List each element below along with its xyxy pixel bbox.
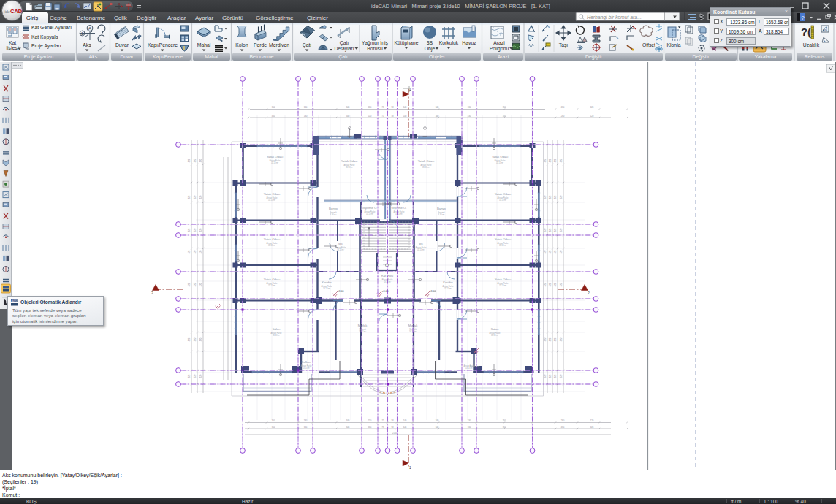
svg-text:120: 120 bbox=[590, 115, 594, 118]
svg-text:Giyinme O.: Giyinme O. bbox=[362, 206, 378, 210]
svg-text:Kat Kopyala: Kat Kopyala bbox=[31, 34, 58, 40]
svg-text:Ahşap Parke: Ahşap Parke bbox=[498, 242, 509, 245]
svg-text:340: 340 bbox=[346, 106, 350, 109]
svg-text:110: 110 bbox=[368, 115, 372, 118]
svg-text:58: 58 bbox=[391, 106, 394, 109]
svg-text:13.13 m²: 13.13 m² bbox=[271, 161, 278, 164]
svg-text:320: 320 bbox=[554, 228, 557, 232]
svg-text:71: 71 bbox=[381, 419, 384, 422]
svg-text:13.13 m²: 13.13 m² bbox=[395, 213, 403, 215]
svg-text:350: 350 bbox=[503, 419, 506, 422]
svg-text:Giyinme O.: Giyinme O. bbox=[392, 206, 407, 210]
svg-text:320: 320 bbox=[544, 337, 547, 341]
svg-text:320: 320 bbox=[549, 195, 552, 199]
svg-text:Kat Genel Ayarları: Kat Genel Ayarları bbox=[31, 25, 72, 31]
svg-text:260: 260 bbox=[561, 106, 565, 109]
svg-text:320: 320 bbox=[188, 228, 191, 232]
svg-text:320: 320 bbox=[549, 159, 552, 162]
svg-text:Kat: Kat bbox=[9, 40, 16, 45]
svg-text:Taşı: Taşı bbox=[559, 42, 569, 48]
svg-text:320: 320 bbox=[188, 283, 191, 286]
svg-text:13.13 m²: 13.13 m² bbox=[346, 166, 353, 169]
svg-text:350: 350 bbox=[272, 426, 276, 429]
svg-text:m²: m² bbox=[823, 28, 827, 32]
svg-text:Ahşap Parke: Ahşap Parke bbox=[498, 196, 509, 199]
svg-text:Korkuluk: Korkuluk bbox=[439, 40, 459, 45]
svg-text:Kütüphane: Kütüphane bbox=[395, 40, 419, 46]
svg-text:2: 2 bbox=[151, 291, 153, 295]
svg-text:320: 320 bbox=[188, 374, 191, 378]
svg-text:Duvar: Duvar bbox=[120, 54, 134, 59]
svg-text:320: 320 bbox=[544, 250, 547, 253]
svg-text:Poligonu: Poligonu bbox=[490, 46, 509, 52]
svg-text:130: 130 bbox=[304, 115, 308, 118]
svg-text:71: 71 bbox=[381, 115, 384, 118]
svg-text:140: 140 bbox=[403, 115, 407, 118]
svg-text:320: 320 bbox=[194, 283, 197, 286]
svg-text:Yatak Odası: Yatak Odası bbox=[492, 155, 509, 159]
svg-text:320: 320 bbox=[200, 283, 202, 286]
svg-text:320: 320 bbox=[544, 159, 547, 162]
svg-text:Mutfak: Mutfak bbox=[358, 324, 368, 327]
svg-text:350: 350 bbox=[272, 115, 276, 118]
svg-text:Yatak Odası: Yatak Odası bbox=[264, 278, 281, 281]
svg-text:Ahşap Parke: Ahşap Parke bbox=[335, 246, 346, 249]
svg-text:Değiştir: Değiştir bbox=[585, 54, 603, 60]
svg-text:13.13 m²: 13.13 m² bbox=[323, 287, 330, 290]
svg-text:Mahal: Mahal bbox=[205, 54, 218, 59]
svg-text:340: 340 bbox=[436, 426, 439, 429]
svg-text:Proje Ayarları: Proje Ayarları bbox=[24, 54, 54, 60]
svg-text:Uzaklık: Uzaklık bbox=[803, 42, 820, 47]
svg-text:320: 320 bbox=[554, 159, 557, 162]
svg-text:320: 320 bbox=[188, 250, 191, 253]
svg-text:Banyo: Banyo bbox=[437, 207, 446, 210]
svg-text:110: 110 bbox=[368, 426, 372, 429]
svg-text:Kapı/Pencere: Kapı/Pencere bbox=[153, 54, 183, 60]
svg-text:3B: 3B bbox=[427, 40, 433, 45]
svg-text:13.13 m²: 13.13 m² bbox=[496, 161, 503, 164]
svg-text:+3.00: +3.00 bbox=[429, 290, 436, 293]
svg-text:Seramik: Seramik bbox=[330, 211, 337, 214]
svg-text:Offset: Offset bbox=[642, 42, 656, 47]
svg-text:320: 320 bbox=[560, 337, 563, 341]
svg-text:130: 130 bbox=[468, 419, 471, 422]
svg-text:320: 320 bbox=[549, 283, 552, 286]
svg-text:320: 320 bbox=[560, 374, 563, 378]
svg-text:AUTO: AUTO bbox=[12, 299, 18, 302]
svg-text:320: 320 bbox=[554, 283, 557, 286]
svg-text:Ahşap Parke: Ahşap Parke bbox=[416, 246, 427, 249]
svg-text:340: 340 bbox=[436, 419, 439, 422]
svg-text:320: 320 bbox=[188, 337, 191, 341]
svg-text:Proje Ayarları: Proje Ayarları bbox=[31, 43, 61, 49]
svg-text:Ahşap Parke: Ahşap Parke bbox=[267, 282, 278, 285]
svg-text:Ahşap Parke: Ahşap Parke bbox=[322, 285, 332, 288]
svg-text:340: 340 bbox=[436, 106, 439, 109]
svg-text:320: 320 bbox=[544, 195, 547, 199]
svg-text:Yatak Odası: Yatak Odası bbox=[264, 192, 281, 196]
svg-text:Detayları: Detayları bbox=[334, 46, 354, 52]
svg-text:2150: 2150 bbox=[392, 432, 398, 435]
svg-text:320: 320 bbox=[554, 374, 557, 378]
svg-text:340: 340 bbox=[346, 419, 350, 422]
svg-text:58: 58 bbox=[391, 426, 394, 429]
svg-text:13.13 m²: 13.13 m² bbox=[466, 367, 473, 370]
svg-text:260: 260 bbox=[561, 419, 565, 422]
svg-text:320: 320 bbox=[200, 374, 202, 378]
svg-text:320: 320 bbox=[560, 283, 563, 286]
svg-text:130: 130 bbox=[304, 426, 308, 429]
svg-text:Yatak Odası: Yatak Odası bbox=[495, 237, 512, 241]
svg-text:110: 110 bbox=[368, 419, 372, 422]
svg-text:320: 320 bbox=[554, 337, 557, 341]
svg-text:13.13 m²: 13.13 m² bbox=[444, 287, 452, 290]
svg-text:Yatak Odası: Yatak Odası bbox=[341, 159, 358, 163]
svg-text:Perde: Perde bbox=[254, 42, 267, 47]
svg-text:110: 110 bbox=[368, 106, 372, 109]
svg-text:listesi: listesi bbox=[7, 45, 19, 50]
svg-text:130: 130 bbox=[468, 115, 471, 118]
svg-text:350: 350 bbox=[503, 115, 506, 118]
svg-text:130: 130 bbox=[468, 106, 471, 109]
svg-text:13.13 m²: 13.13 m² bbox=[422, 166, 430, 169]
svg-text:320: 320 bbox=[560, 195, 563, 199]
svg-text:130: 130 bbox=[468, 426, 471, 429]
svg-text:320: 320 bbox=[549, 374, 552, 378]
